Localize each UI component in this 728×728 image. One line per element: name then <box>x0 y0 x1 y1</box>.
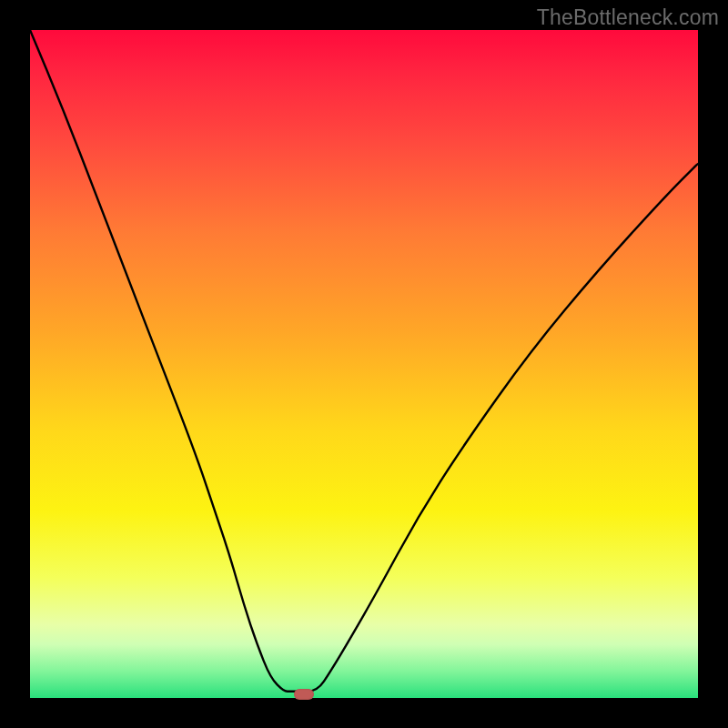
plot-area <box>30 30 698 698</box>
chart-frame: TheBottleneck.com <box>0 0 728 728</box>
curve-path <box>30 30 698 692</box>
bottleneck-curve <box>30 30 698 698</box>
optimal-point-marker <box>294 689 314 700</box>
watermark-text: TheBottleneck.com <box>537 5 719 30</box>
